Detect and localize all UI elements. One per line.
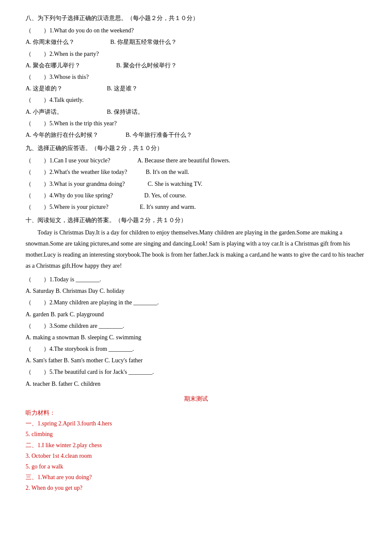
listening-line-1: 一、1.spring 2.April 3.fourth 4.hers: [26, 418, 366, 429]
listening-material: 听力材料： 一、1.spring 2.April 3.fourth 4.hers…: [26, 408, 366, 494]
exam-title: 期末测试: [184, 396, 208, 402]
q10-4-opts: A. Sam's father B. Sam's mother C. Lucy'…: [26, 355, 366, 366]
q9-3-text: （ ）3.What is your grandma doing?: [26, 181, 125, 187]
listening-line-7: 2. When do you get up?: [26, 483, 366, 493]
section-8-title: 八、为下列句子选择正确的汉语意思。（每小题２分，共１０分）: [26, 13, 366, 23]
listening-line-5: 5. go for a walk: [26, 461, 366, 472]
listening-line-6: 三、1.What are you doing?: [26, 472, 366, 483]
q10-2-opts: A. garden B. park C. playground: [26, 309, 366, 320]
exam-title-section: 期末测试: [26, 393, 366, 404]
q9-4-optD: D. Yes, of course.: [144, 192, 186, 199]
section-9: 九、选择正确的应答语。（每小题２分，共１０分） （ ）1.Can I use y…: [26, 143, 366, 212]
q10-3-opts: A. making a snowman B. sleeping C. swimm…: [26, 332, 366, 343]
q9-4-line: （ ）4.Why do you like spring? D. Yes, of …: [26, 190, 366, 201]
q8-4-optA: A. 小声讲话。: [26, 109, 63, 115]
q8-4-options: A. 小声讲话。 B. 保持讲话。: [26, 107, 366, 117]
q9-5-line: （ ）5.Where is your picture? E. It's sunn…: [26, 202, 366, 212]
q8-4-line: （ ）4.Talk quietly.: [26, 95, 366, 105]
q8-5-options: A. 今年的旅行在什么时候？ B. 今年旅行准备干什么？: [26, 130, 366, 140]
section-10: 十、阅读短文，选择正确的答案。（每小题２分，共１０分） Today is Chr…: [26, 215, 366, 389]
q9-1-optA: A. Because there are beautiful flowers.: [137, 157, 230, 164]
q8-1-options: A. 你周末做什么？ B. 你星期五经常做什么？: [26, 37, 366, 47]
q9-2-optB: B. It's on the wall.: [146, 169, 189, 175]
q10-3-num: （ ）3.Some children are ________.: [26, 321, 366, 331]
q8-5-line: （ ）5.When is the trip this year?: [26, 118, 366, 129]
q8-4-optB: B. 保持讲话。: [107, 109, 144, 115]
listening-line-4: 3. October 1st 4.clean room: [26, 451, 366, 461]
listening-line-3: 二、1.I like winter 2.play chess: [26, 440, 366, 451]
q9-1-text: （ ）1.Can I use your bicycle?: [26, 157, 110, 164]
q8-2-options: A. 聚会在哪儿举行？ B. 聚会什么时候举行？: [26, 60, 366, 71]
passage-text: Today is Christmas Day.It is a day for c…: [26, 227, 366, 272]
q10-1-num: （ ）1.Today is ________.: [26, 274, 366, 285]
section-9-title: 九、选择正确的应答语。（每小题２分，共１０分）: [26, 143, 366, 153]
q9-1-line: （ ）1.Can I use your bicycle? A. Because …: [26, 155, 366, 166]
q8-5-number: （ ）5.When is the trip this year?: [26, 120, 117, 127]
q9-3-optC: C. She is watching TV.: [147, 181, 202, 187]
q8-3-number: （ ）3.Whose is this?: [26, 74, 89, 80]
q8-1-optB: B. 你星期五经常做什么？: [110, 39, 177, 45]
q9-2-text: （ ）2.What's the weather like today?: [26, 169, 127, 175]
q8-3-optB: B. 这是谁？: [107, 85, 138, 92]
q8-2-optB: B. 聚会什么时候举行？: [116, 62, 177, 69]
q8-1-number: （ ）1.What do you do on the weekend?: [26, 27, 134, 34]
q8-2-optA: A. 聚会在哪儿举行？: [26, 62, 81, 69]
q8-3-options: A. 这是谁的？ B. 这是谁？: [26, 83, 366, 94]
section-10-title: 十、阅读短文，选择正确的答案。（每小题２分，共１０分）: [26, 215, 366, 225]
q10-5-opts: A. teacher B. father C. children: [26, 379, 366, 389]
q10-5-num: （ ）5.The beautiful card is for Jack's __…: [26, 367, 366, 377]
q10-4-num: （ ）4.The storybook is from ________.: [26, 344, 366, 354]
q8-1-optA: A. 你周末做什么？: [26, 39, 75, 45]
q8-3-line: （ ）3.Whose is this?: [26, 72, 366, 82]
q9-3-line: （ ）3.What is your grandma doing? C. She …: [26, 179, 366, 189]
q8-4-number: （ ）4.Talk quietly.: [26, 97, 84, 103]
q10-2-num: （ ）2.Many children are playing in the __…: [26, 297, 366, 308]
q8-1-line: （ ）1.What do you do on the weekend?: [26, 25, 366, 36]
section-8: 八、为下列句子选择正确的汉语意思。（每小题２分，共１０分） （ ）1.What …: [26, 13, 366, 140]
listening-line-2: 5. climbing: [26, 429, 366, 439]
q8-5-optB: B. 今年旅行准备干什么？: [126, 132, 192, 138]
q8-2-number: （ ）2.When is the party?: [26, 51, 99, 57]
q9-2-line: （ ）2.What's the weather like today? B. I…: [26, 167, 366, 177]
listening-title: 听力材料：: [26, 408, 366, 418]
q9-5-optE: E. It's sunny and warm.: [140, 204, 196, 210]
q9-4-text: （ ）4.Why do you like spring?: [26, 192, 113, 199]
q8-3-optA: A. 这是谁的？: [26, 85, 63, 92]
q10-1-opts: A. Saturday B. Christmas Day C. holiday: [26, 286, 366, 296]
q8-2-line: （ ）2.When is the party?: [26, 49, 366, 59]
q8-5-optA: A. 今年的旅行在什么时候？: [26, 132, 98, 138]
q9-5-text: （ ）5.Where is your picture?: [26, 204, 108, 210]
